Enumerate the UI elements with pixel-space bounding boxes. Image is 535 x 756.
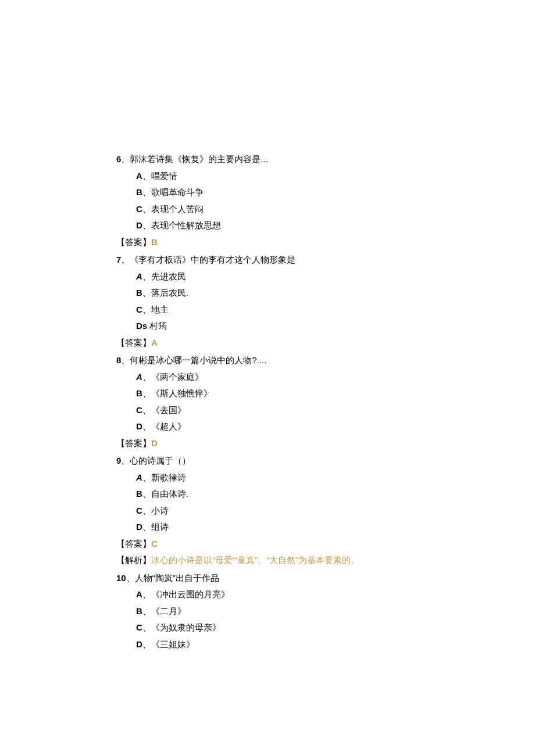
question-separator: 、 [121,154,130,164]
option-label: A [136,472,142,482]
option-separator: 、 [142,421,151,431]
question-separator: 、 [121,355,130,365]
option-label: C [136,304,142,314]
option-label: D [136,421,142,431]
option-label: D [136,639,142,649]
option-separator: 、 [142,288,151,298]
answer-label: 【答案】 [116,338,151,347]
answer-label: 【答案】 [116,539,151,549]
question-stem: 8、何彬是冰心哪一篇小说中的人物?.... [116,352,419,369]
option-item: A、新歌律诗 [136,470,419,486]
option-item: D、《超人》 [136,418,419,435]
option-text: 落后农民. [151,288,188,298]
answer-line: 【答案】D [116,435,419,452]
option-list: A、《冲出云围的月亮》B、《二月》C、《为奴隶的母亲》D、《三姐妹》 [116,586,419,653]
option-separator: 、 [142,304,151,314]
option-text: 《斯人独憔悴》 [151,388,212,398]
option-item: D、组诗 [136,519,419,536]
option-item: B、自由体诗. [136,486,419,503]
question-block: 6、郭沫若诗集《恢复》的主要内容是...A、唱爱情B、歌唱革命斗争C、表现个人苦… [116,151,419,250]
question-stem: 7、《李有才板话》中的李有才这个人物形象是 [116,252,419,268]
option-label: A [136,271,142,281]
answer-line: 【答案】A [116,335,419,352]
option-text: 《冲出云围的月亮》 [151,589,230,599]
option-separator: 、 [142,622,151,632]
option-text: 组诗 [151,522,169,532]
option-text: 表现个人苦闷 [151,204,204,214]
answer-label: 【答案】 [116,237,151,247]
option-separator: 、 [142,388,151,398]
question-separator: 、 [121,255,130,264]
answer-value: B [151,237,158,247]
option-separator: 、 [142,506,151,515]
option-text: 村筠 [149,321,167,331]
option-label: A [136,171,142,181]
option-label: A [136,589,142,599]
question-stem: 10、人物“陶岚”出自于作品 [116,570,419,587]
question-stem: 6、郭沫若诗集《恢复》的主要内容是... [116,151,419,168]
option-text: 《超人》 [151,421,186,431]
option-label: D [136,220,142,230]
option-item: B、歌唱革命斗争 [136,184,419,201]
option-item: B、落后农民. [136,285,419,302]
option-text: 《两个家庭》 [151,372,204,382]
option-separator: 、 [142,271,151,281]
option-item: C、《为奴隶的母亲》 [136,619,419,636]
option-text: 新歌律诗 [151,472,186,482]
question-separator: 、 [126,573,135,583]
option-separator: 、 [142,589,151,599]
question-stem: 9、心的诗属于（） [116,453,419,470]
question-block: 8、何彬是冰心哪一篇小说中的人物?....A、《两个家庭》B、《斯人独憔悴》C、… [116,352,419,452]
option-text: 自由体诗. [151,489,188,499]
option-list: A、新歌律诗B、自由体诗.C、小诗D、组诗 [116,470,419,536]
option-label: C [136,506,142,515]
option-text: 唱爱情 [151,171,177,181]
option-separator: 、 [142,639,151,649]
option-text: 《为奴隶的母亲》 [151,622,221,632]
option-item: C、表现个人苦闷 [136,201,419,218]
option-label: A [136,372,142,382]
option-list: A、《两个家庭》B、《斯人独憔悴》C、《去国》D、《超人》 [116,369,419,435]
option-separator: 、 [142,220,151,230]
question-text: 心的诗属于（） [130,456,191,465]
answer-value: A [151,338,158,347]
answer-value: C [151,539,158,549]
question-number: 10 [116,573,126,583]
question-text: 《李有才板话》中的李有才这个人物形象是 [130,255,295,264]
option-item: B、《斯人独憔悴》 [136,385,419,402]
option-item: A、先进农民 [136,268,419,285]
option-item: C、小诗 [136,503,419,519]
option-separator: 、 [142,405,151,415]
question-block: 9、心的诗属于（）A、新歌律诗B、自由体诗.C、小诗D、组诗【答案】C【解析】冰… [116,453,419,569]
option-text: 表现个性解放思想 [151,220,221,230]
option-item: B、《二月》 [136,603,419,620]
answer-label: 【答案】 [116,438,151,448]
option-text: 歌唱革命斗争 [151,187,204,197]
option-label: B [136,187,142,197]
answer-line: 【答案】C [116,536,419,553]
question-block: 10、人物“陶岚”出自于作品A、《冲出云围的月亮》B、《二月》C、《为奴隶的母亲… [116,570,419,653]
answer-line: 【答案】B [116,234,419,251]
option-text: 小诗 [151,506,169,515]
option-separator: 、 [142,372,151,382]
option-label: B [136,606,142,616]
option-label: Ds [136,321,147,331]
explain-label: 【解析】 [116,555,151,565]
option-separator: 、 [142,489,151,499]
option-label: B [136,288,142,298]
option-list: A、唱爱情B、歌唱革命斗争C、表现个人苦闷D、表现个性解放思想 [116,168,419,234]
option-text: 地主 [151,304,169,314]
option-item: A、唱爱情 [136,168,419,185]
option-separator: 、 [142,522,151,532]
question-separator: 、 [121,456,130,465]
option-item: Ds 村筠 [136,318,419,335]
option-label: C [136,204,142,214]
explain-line: 【解析】冰心的小诗是以“母爱“‘童真”、“大自然”为基本要素的。 [116,552,419,569]
document-root: 6、郭沫若诗集《恢复》的主要内容是...A、唱爱情B、歌唱革命斗争C、表现个人苦… [116,151,419,653]
option-label: B [136,388,142,398]
question-block: 7、《李有才板话》中的李有才这个人物形象是A、先进农民B、落后农民.C、地主Ds… [116,252,419,351]
option-separator: 、 [142,171,151,181]
option-item: C、《去国》 [136,402,419,419]
question-text: 人物“陶岚”出自于作品 [135,573,219,583]
option-label: D [136,522,142,532]
